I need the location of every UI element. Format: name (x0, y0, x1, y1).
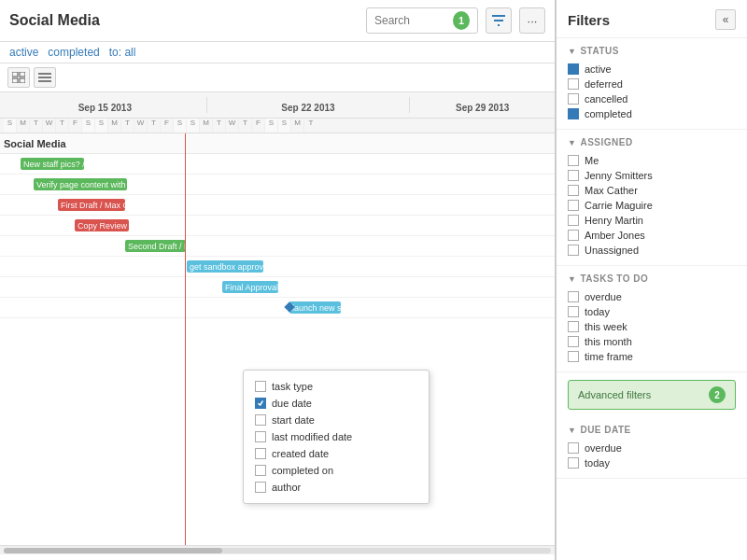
checkbox-overdue[interactable] (568, 291, 579, 302)
dropdown-item-completed-on[interactable]: completed on (255, 462, 417, 479)
advanced-filters-label: Advanced filters (578, 389, 651, 400)
checkbox-cancelled[interactable] (568, 93, 579, 105)
checkbox-time-frame[interactable] (568, 351, 579, 362)
filter-item-time-frame[interactable]: time frame (568, 349, 736, 364)
checkbox-start-date[interactable] (255, 414, 266, 426)
advanced-filters-button[interactable]: Advanced filters 2 (568, 380, 736, 410)
checkbox-due-today[interactable] (568, 457, 579, 469)
checkbox-deferred[interactable] (568, 78, 579, 90)
checkbox-me[interactable] (568, 155, 579, 166)
task-row-7: Final Approval (0, 277, 555, 298)
filter-label-henry: Henry Martin (585, 215, 643, 226)
week-label-3: Sep 29 2013 (410, 97, 555, 113)
filter-item-amber[interactable]: Amber Jones (568, 228, 736, 243)
more-options-button[interactable]: ··· (519, 7, 545, 34)
dropdown-panel: task type due date start date last modif… (243, 370, 430, 504)
checkbox-carrie[interactable] (568, 200, 579, 211)
checkbox-due-date[interactable] (255, 398, 266, 409)
task-bar-4: Copy Review / Amber Jones (75, 219, 129, 231)
checkbox-this-month[interactable] (568, 336, 579, 347)
gantt-panel: Social Media 1 ··· active completed to: … (0, 0, 556, 560)
task-bar-1: New staff pics? / Jenny Smitters (21, 158, 84, 170)
checkbox-active[interactable] (568, 63, 579, 75)
tasks-section-title: ▼ TASKS TO DO (568, 273, 736, 284)
filter-label-overdue: overdue (585, 291, 622, 302)
collapse-button[interactable]: « (715, 9, 736, 30)
dropdown-item-author[interactable]: author (255, 479, 417, 496)
filter-item-due-today[interactable]: today (568, 455, 736, 470)
filter-item-jenny[interactable]: Jenny Smitters (568, 168, 736, 183)
filter-label-amber: Amber Jones (585, 230, 645, 241)
filter-label-deferred: deferred (585, 78, 623, 90)
checkbox-last-modified[interactable] (255, 431, 266, 442)
filter-label-max: Max Cather (585, 185, 638, 196)
list-view-button[interactable] (34, 67, 56, 88)
task-bar-6: get sandbox approved (187, 260, 263, 273)
filter-item-deferred[interactable]: deferred (568, 77, 736, 91)
filter-item-cancelled[interactable]: cancelled (568, 91, 736, 106)
checkbox-henry[interactable] (568, 215, 579, 226)
filter-item-this-month[interactable]: this month (568, 334, 736, 349)
filter-label-cancelled: cancelled (585, 93, 627, 105)
status-section-title: ▼ STATUS (568, 46, 736, 56)
dropdown-label-start-date: start date (272, 414, 315, 426)
subheader: active completed to: all (0, 42, 555, 63)
checkbox-created-date[interactable] (255, 448, 266, 459)
filter-label-today: today (585, 306, 610, 317)
svg-rect-0 (12, 72, 18, 77)
dropdown-item-task-type[interactable]: task type (255, 378, 417, 395)
horizontal-scrollbar[interactable] (0, 545, 555, 554)
filter-button[interactable] (486, 7, 512, 34)
day-s3: S (187, 119, 200, 133)
task-bar-5: Second Draft / Max Cather (125, 240, 186, 252)
checkbox-due-overdue[interactable] (568, 442, 579, 454)
search-input[interactable] (374, 14, 449, 27)
filter-item-me[interactable]: Me (568, 153, 736, 168)
filter-label-carrie: Carrie Maguire (585, 200, 653, 211)
filter-item-carrie[interactable]: Carrie Maguire (568, 198, 736, 213)
filter-item-completed[interactable]: completed (568, 106, 736, 121)
dropdown-label-created-date: created date (272, 448, 329, 459)
scrollbar-thumb[interactable] (4, 548, 222, 553)
checkbox-unassigned[interactable] (568, 245, 579, 256)
active-link[interactable]: active (9, 46, 38, 59)
to-all-link[interactable]: to: all (109, 46, 136, 59)
task-bar-2: Verify page content with dept managers /… (34, 178, 127, 190)
checkbox-task-type[interactable] (255, 381, 266, 392)
filter-item-this-week[interactable]: this week (568, 319, 736, 334)
day-m: M (17, 119, 30, 133)
checkbox-jenny[interactable] (568, 170, 579, 181)
task-bar-3: First Draft / Max Cather (58, 199, 125, 211)
filter-item-unassigned[interactable]: Unassigned (568, 243, 736, 258)
checkbox-amber[interactable] (568, 230, 579, 241)
filter-item-active[interactable]: active (568, 62, 736, 77)
filter-label-me: Me (585, 155, 599, 166)
checkbox-completed-on[interactable] (255, 465, 266, 476)
dropdown-item-created-date[interactable]: created date (255, 445, 417, 462)
grid-view-button[interactable] (7, 67, 30, 88)
search-box[interactable]: 1 (366, 7, 478, 34)
svg-rect-1 (20, 72, 25, 77)
filter-item-henry[interactable]: Henry Martin (568, 213, 736, 228)
assigned-section-title: ▼ ASSIGNED (568, 137, 736, 147)
filter-label-due-overdue: overdue (585, 442, 622, 454)
filter-item-due-overdue[interactable]: overdue (568, 441, 736, 455)
advanced-filters-badge: 2 (709, 386, 726, 403)
dropdown-item-last-modified[interactable]: last modified date (255, 428, 417, 445)
group-label: Social Media (4, 138, 66, 149)
checkbox-this-week[interactable] (568, 321, 579, 332)
filter-item-overdue[interactable]: overdue (568, 289, 736, 304)
checkbox-completed[interactable] (568, 108, 579, 119)
checkbox-author[interactable] (255, 482, 266, 493)
completed-link[interactable]: completed (48, 46, 99, 59)
task-bar-7: Final Approval (222, 281, 278, 293)
filter-item-today[interactable]: today (568, 304, 736, 319)
group-row: Social Media (0, 133, 555, 154)
dropdown-item-start-date[interactable]: start date (255, 412, 417, 428)
checkbox-max[interactable] (568, 185, 579, 196)
checkbox-today[interactable] (568, 306, 579, 317)
dropdown-item-due-date[interactable]: due date (255, 395, 417, 412)
assigned-section: ▼ ASSIGNED Me Jenny Smitters Max Cather … (557, 130, 747, 266)
filter-item-max[interactable]: Max Cather (568, 183, 736, 198)
task-row-6: get sandbox approved (0, 257, 555, 277)
